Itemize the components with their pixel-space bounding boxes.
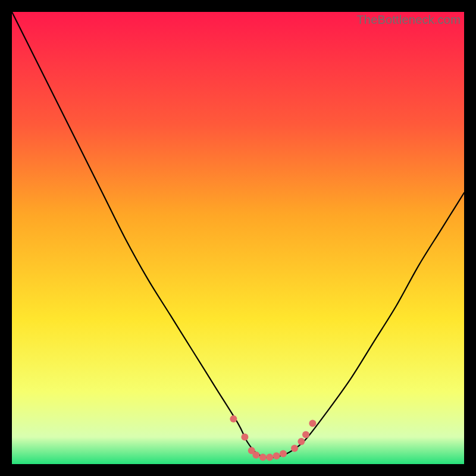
curve-marker	[259, 454, 267, 461]
curve-marker	[266, 454, 273, 461]
watermark-text: TheBottleneck.com	[356, 13, 461, 27]
bottleneck-chart	[12, 12, 464, 464]
curve-marker	[309, 420, 316, 427]
curve-marker	[273, 452, 280, 459]
chart-frame: TheBottleneck.com	[12, 12, 464, 464]
curve-marker	[280, 450, 287, 458]
curve-marker	[298, 438, 305, 445]
heat-gradient-bg	[12, 12, 464, 464]
curve-marker	[230, 415, 237, 422]
curve-marker	[252, 452, 259, 459]
curve-marker	[302, 431, 309, 439]
curve-marker	[241, 433, 248, 440]
curve-marker	[291, 444, 298, 452]
